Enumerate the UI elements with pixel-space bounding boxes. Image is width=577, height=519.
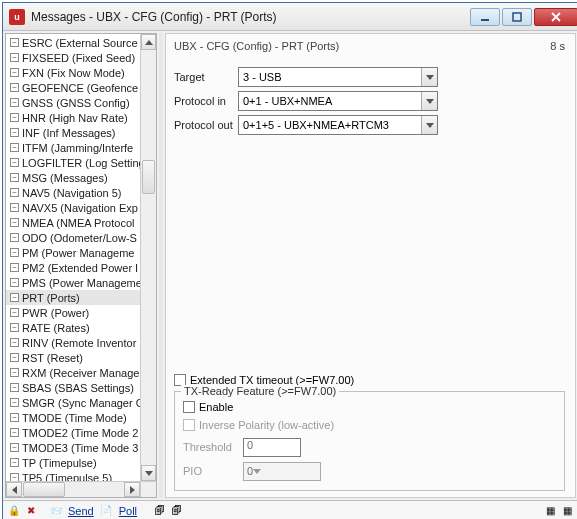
tree-item[interactable]: −PRT (Ports) bbox=[6, 290, 140, 305]
scroll-right-button[interactable] bbox=[124, 482, 140, 497]
select-protocol-out[interactable]: 0+1+5 - UBX+NMEA+RTCM3 bbox=[238, 115, 438, 135]
expander-icon[interactable]: − bbox=[10, 218, 19, 227]
toolbar-icon-3[interactable]: ▦ bbox=[544, 504, 557, 517]
tree-item[interactable]: −FIXSEED (Fixed Seed) bbox=[6, 50, 140, 65]
select-target[interactable]: 3 - USB bbox=[238, 67, 438, 87]
expander-icon[interactable]: − bbox=[10, 143, 19, 152]
tree-item[interactable]: −FXN (Fix Now Mode) bbox=[6, 65, 140, 80]
expander-icon[interactable]: − bbox=[10, 188, 19, 197]
toolbar-icon-2[interactable]: 🗐 bbox=[170, 504, 183, 517]
expander-icon[interactable]: − bbox=[10, 413, 19, 422]
expander-icon[interactable]: − bbox=[10, 83, 19, 92]
minimize-button[interactable] bbox=[470, 8, 500, 26]
tree-item[interactable]: −TMODE (Time Mode) bbox=[6, 410, 140, 425]
hscroll-thumb[interactable] bbox=[23, 482, 65, 497]
tree-item[interactable]: −SMGR (Sync Manager C bbox=[6, 395, 140, 410]
expander-icon[interactable]: − bbox=[10, 338, 19, 347]
tree-item[interactable]: −INF (Inf Messages) bbox=[6, 125, 140, 140]
tree-item[interactable]: −LOGFILTER (Log Setting bbox=[6, 155, 140, 170]
lock-icon[interactable]: 🔒 bbox=[7, 504, 20, 517]
expander-icon[interactable]: − bbox=[10, 443, 19, 452]
titlebar: u Messages - UBX - CFG (Config) - PRT (P… bbox=[3, 3, 577, 31]
row-target: Target 3 - USB bbox=[174, 66, 565, 88]
tree-item[interactable]: −RST (Reset) bbox=[6, 350, 140, 365]
tree-item[interactable]: −SBAS (SBAS Settings) bbox=[6, 380, 140, 395]
expander-icon[interactable]: − bbox=[10, 278, 19, 287]
group-tx-ready: TX-Ready Feature (>=FW7.00) Enable Inver… bbox=[174, 391, 565, 491]
delete-icon[interactable]: ✖ bbox=[24, 504, 37, 517]
expander-icon[interactable]: − bbox=[10, 233, 19, 242]
scroll-down-button[interactable] bbox=[141, 465, 156, 481]
chevron-down-icon[interactable] bbox=[421, 92, 437, 110]
select-protocol-in[interactable]: 0+1 - UBX+NMEA bbox=[238, 91, 438, 111]
chevron-down-icon[interactable] bbox=[421, 68, 437, 86]
expander-icon[interactable]: − bbox=[10, 158, 19, 167]
tree-item[interactable]: −ODO (Odometer/Low-S bbox=[6, 230, 140, 245]
splitter[interactable] bbox=[159, 33, 163, 498]
scroll-track[interactable] bbox=[141, 50, 156, 465]
tree-item[interactable]: −PM2 (Extended Power I bbox=[6, 260, 140, 275]
checkbox-inverse-polarity bbox=[183, 419, 195, 431]
tree-item[interactable]: −HNR (High Nav Rate) bbox=[6, 110, 140, 125]
maximize-button[interactable] bbox=[502, 8, 532, 26]
vertical-scrollbar[interactable] bbox=[140, 34, 156, 481]
tree-item[interactable]: −TMODE3 (Time Mode 3 bbox=[6, 440, 140, 455]
tree-item-label: NMEA (NMEA Protocol bbox=[22, 217, 134, 229]
expander-icon[interactable]: − bbox=[10, 323, 19, 332]
input-threshold[interactable]: 0 bbox=[243, 438, 301, 457]
expander-icon[interactable]: − bbox=[10, 263, 19, 272]
close-button[interactable] bbox=[534, 8, 577, 26]
poll-link[interactable]: Poll bbox=[119, 505, 137, 517]
expander-icon[interactable]: − bbox=[10, 113, 19, 122]
chevron-down-icon[interactable] bbox=[421, 116, 437, 134]
expander-icon[interactable]: − bbox=[10, 248, 19, 257]
scroll-up-button[interactable] bbox=[141, 34, 156, 50]
tree-item[interactable]: −TP5 (Timepulse 5) bbox=[6, 470, 140, 481]
window: u Messages - UBX - CFG (Config) - PRT (P… bbox=[2, 2, 577, 519]
checkbox-enable[interactable] bbox=[183, 401, 195, 413]
tree-item[interactable]: −GNSS (GNSS Config) bbox=[6, 95, 140, 110]
tree-item[interactable]: −MSG (Messages) bbox=[6, 170, 140, 185]
scroll-left-button[interactable] bbox=[6, 482, 22, 497]
expander-icon[interactable]: − bbox=[10, 128, 19, 137]
tree-item[interactable]: −TMODE2 (Time Mode 2 bbox=[6, 425, 140, 440]
tree-item-label: TMODE2 (Time Mode 2 bbox=[22, 427, 138, 439]
tree-item[interactable]: −ESRC (External Source C bbox=[6, 35, 140, 50]
send-link[interactable]: Send bbox=[68, 505, 94, 517]
tree-item[interactable]: −NAV5 (Navigation 5) bbox=[6, 185, 140, 200]
tree-item[interactable]: −RINV (Remote Inventor bbox=[6, 335, 140, 350]
tree-item[interactable]: −RXM (Receiver Manage bbox=[6, 365, 140, 380]
expander-icon[interactable]: − bbox=[10, 473, 19, 481]
expander-icon[interactable]: − bbox=[10, 368, 19, 377]
select-pio[interactable]: 0 bbox=[243, 462, 321, 481]
expander-icon[interactable]: − bbox=[10, 458, 19, 467]
tree-item-label: INF (Inf Messages) bbox=[22, 127, 116, 139]
tree-item[interactable]: −TP (Timepulse) bbox=[6, 455, 140, 470]
toolbar-icon-4[interactable]: ▦ bbox=[561, 504, 574, 517]
tree-item[interactable]: −NMEA (NMEA Protocol bbox=[6, 215, 140, 230]
expander-icon[interactable]: − bbox=[10, 428, 19, 437]
expander-icon[interactable]: − bbox=[10, 203, 19, 212]
tree-item[interactable]: −NAVX5 (Navigation Exp bbox=[6, 200, 140, 215]
tree-item[interactable]: −PWR (Power) bbox=[6, 305, 140, 320]
tree-item[interactable]: −PM (Power Manageme bbox=[6, 245, 140, 260]
tree-item[interactable]: −RATE (Rates) bbox=[6, 320, 140, 335]
expander-icon[interactable]: − bbox=[10, 173, 19, 182]
chevron-down-icon[interactable] bbox=[253, 469, 267, 474]
tree-item[interactable]: −PMS (Power Manageme bbox=[6, 275, 140, 290]
horizontal-scrollbar[interactable] bbox=[6, 481, 156, 497]
scroll-thumb[interactable] bbox=[142, 160, 155, 194]
expander-icon[interactable]: − bbox=[10, 353, 19, 362]
toolbar-icon-1[interactable]: 🗐 bbox=[153, 504, 166, 517]
expander-icon[interactable]: − bbox=[10, 308, 19, 317]
tree-item[interactable]: −GEOFENCE (Geofence C bbox=[6, 80, 140, 95]
expander-icon[interactable]: − bbox=[10, 98, 19, 107]
expander-icon[interactable]: − bbox=[10, 68, 19, 77]
expander-icon[interactable]: − bbox=[10, 398, 19, 407]
expander-icon[interactable]: − bbox=[10, 383, 19, 392]
expander-icon[interactable]: − bbox=[10, 293, 19, 302]
hscroll-track[interactable] bbox=[22, 482, 124, 497]
tree-item[interactable]: −ITFM (Jamming/Interfe bbox=[6, 140, 140, 155]
expander-icon[interactable]: − bbox=[10, 53, 19, 62]
expander-icon[interactable]: − bbox=[10, 38, 19, 47]
